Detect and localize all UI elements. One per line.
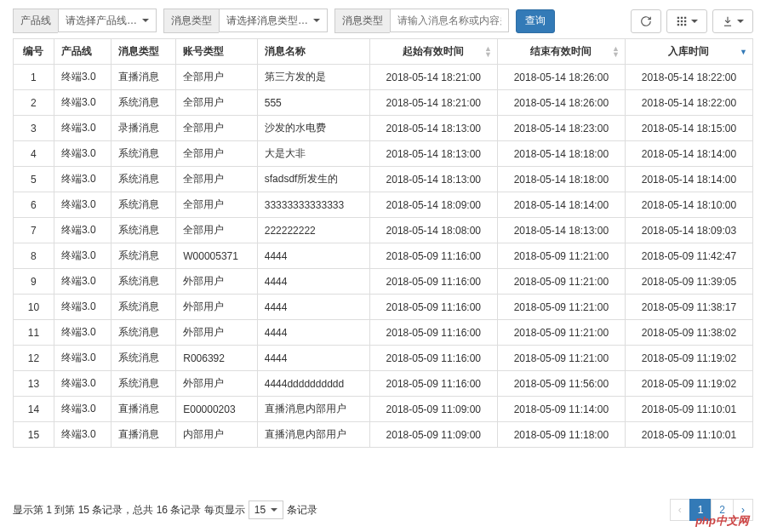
cell-account-type: 全部用户 [176,65,257,90]
cell-end: 2018-05-09 11:18:00 [497,422,625,448]
table-row[interactable]: 1终端3.0直播消息全部用户第三方发的是2018-05-14 18:21:002… [14,65,753,90]
cell-product: 终端3.0 [54,422,111,448]
cell-account-type: 全部用户 [176,218,257,243]
table-row[interactable]: 9终端3.0系统消息外部用户44442018-05-09 11:16:00201… [14,269,753,295]
cell-msg-name: 555 [257,90,369,116]
cell-no: 8 [14,243,54,269]
cell-end: 2018-05-14 18:18:00 [497,141,625,167]
table-row[interactable]: 3终端3.0录播消息全部用户沙发的水电费2018-05-14 18:13:002… [14,116,753,141]
cell-no: 14 [14,397,54,422]
chevron-down-icon [142,19,149,22]
cell-no: 1 [14,65,54,90]
cell-no: 13 [14,371,54,397]
page-size-select[interactable]: 15 [249,501,283,519]
cell-no: 9 [14,269,54,295]
cell-account-type: 内部用户 [176,422,257,448]
table-row[interactable]: 15终端3.0直播消息内部用户直播消息内部用户2018-05-09 11:09:… [14,422,753,448]
cell-msg-name: 大是大非 [257,141,369,167]
cell-store: 2018-05-09 11:38:02 [625,320,752,346]
table-row[interactable]: 12终端3.0系统消息R00639244442018-05-09 11:16:0… [14,346,753,371]
export-button[interactable] [712,9,753,33]
cell-msg-type: 系统消息 [111,269,176,295]
keyword-filter[interactable]: 消息类型 [334,9,509,33]
col-no[interactable]: 编号 [14,39,54,65]
cell-no: 11 [14,320,54,346]
cell-product: 终端3.0 [54,295,111,320]
cell-msg-name: sfadsdf所发生的 [257,167,369,192]
cell-end: 2018-05-14 18:26:00 [497,65,625,90]
cell-product: 终端3.0 [54,116,111,141]
cell-msg-type: 系统消息 [111,346,176,371]
cell-msg-type: 系统消息 [111,320,176,346]
cell-product: 终端3.0 [54,141,111,167]
table-row[interactable]: 10终端3.0系统消息外部用户44442018-05-09 11:16:0020… [14,295,753,320]
cell-product: 终端3.0 [54,65,111,90]
cell-store: 2018-05-14 18:14:00 [625,141,752,167]
type-filter[interactable]: 消息类型 请选择消息类型… [163,9,328,33]
refresh-button[interactable] [631,9,661,33]
table-row[interactable]: 6终端3.0系统消息全部用户333333333333332018-05-14 1… [14,192,753,218]
cell-end: 2018-05-14 18:26:00 [497,90,625,116]
columns-button[interactable] [666,9,707,33]
cell-msg-name: 4444 [257,320,369,346]
table-row[interactable]: 7终端3.0系统消息全部用户2222222222018-05-14 18:08:… [14,218,753,243]
product-select[interactable]: 请选择产品线… [58,9,157,32]
pagination-info: 显示第 1 到第 15 条记录，总共 16 条记录 每页显示 15 条记录 [13,501,317,519]
table-row[interactable]: 13终端3.0系统消息外部用户4444dddddddddd2018-05-09 … [14,371,753,397]
cell-account-type: 外部用户 [176,371,257,397]
cell-end: 2018-05-14 18:13:00 [497,218,625,243]
col-start-time[interactable]: 起始有效时间▲▼ [369,39,497,65]
cell-msg-type: 系统消息 [111,295,176,320]
cell-no: 6 [14,192,54,218]
cell-store: 2018-05-09 11:39:05 [625,269,752,295]
cell-msg-type: 系统消息 [111,141,176,167]
table-row[interactable]: 5终端3.0系统消息全部用户sfadsdf所发生的2018-05-14 18:1… [14,167,753,192]
cell-msg-name: 第三方发的是 [257,65,369,90]
cell-msg-name: 222222222 [257,218,369,243]
cell-msg-name: 直播消息内部用户 [257,422,369,448]
cell-end: 2018-05-09 11:21:00 [497,346,625,371]
table-row[interactable]: 8终端3.0系统消息W0000537144442018-05-09 11:16:… [14,243,753,269]
svg-rect-4 [681,20,683,21]
query-button[interactable]: 查询 [516,9,555,33]
cell-msg-type: 系统消息 [111,167,176,192]
cell-end: 2018-05-09 11:21:00 [497,295,625,320]
cell-account-type: E00000203 [176,397,257,422]
cell-start: 2018-05-14 18:21:00 [369,90,497,116]
col-msg-type[interactable]: 消息类型 [111,39,176,65]
table-row[interactable]: 2终端3.0系统消息全部用户5552018-05-14 18:21:002018… [14,90,753,116]
col-end-time[interactable]: 结束有效时间▲▼ [497,39,625,65]
cell-store: 2018-05-09 11:10:01 [625,397,752,422]
cell-store: 2018-05-14 18:09:03 [625,218,752,243]
cell-no: 15 [14,422,54,448]
product-filter[interactable]: 产品线 请选择产品线… [13,9,157,33]
cell-no: 2 [14,90,54,116]
table-row[interactable]: 14终端3.0直播消息E00000203直播消息内部用户2018-05-09 1… [14,397,753,422]
cell-msg-type: 系统消息 [111,192,176,218]
svg-rect-5 [684,20,686,21]
table-header-row: 编号 产品线 消息类型 账号类型 消息名称 起始有效时间▲▼ 结束有效时间▲▼ … [14,39,753,65]
type-select[interactable]: 请选择消息类型… [219,9,328,32]
sort-icon: ▼ [740,49,747,54]
table-row[interactable]: 11终端3.0系统消息外部用户44442018-05-09 11:16:0020… [14,320,753,346]
keyword-input[interactable] [390,9,509,32]
filter-toolbar: 产品线 请选择产品线… 消息类型 请选择消息类型… 消息类型 查询 [13,9,753,33]
cell-store: 2018-05-14 18:10:00 [625,192,752,218]
cell-start: 2018-05-09 11:16:00 [369,295,497,320]
cell-start: 2018-05-14 18:13:00 [369,116,497,141]
cell-end: 2018-05-14 18:23:00 [497,116,625,141]
cell-start: 2018-05-14 18:21:00 [369,65,497,90]
cell-msg-name: 4444 [257,243,369,269]
col-product[interactable]: 产品线 [54,39,111,65]
cell-start: 2018-05-09 11:16:00 [369,243,497,269]
cell-no: 7 [14,218,54,243]
cell-msg-type: 系统消息 [111,90,176,116]
cell-product: 终端3.0 [54,218,111,243]
col-msg-name[interactable]: 消息名称 [257,39,369,65]
col-store-time[interactable]: 入库时间▼ [625,39,752,65]
col-account-type[interactable]: 账号类型 [176,39,257,65]
table-row[interactable]: 4终端3.0系统消息全部用户大是大非2018-05-14 18:13:00201… [14,141,753,167]
cell-store: 2018-05-09 11:19:02 [625,371,752,397]
page-prev[interactable]: ‹ [670,499,690,521]
cell-msg-type: 录播消息 [111,116,176,141]
